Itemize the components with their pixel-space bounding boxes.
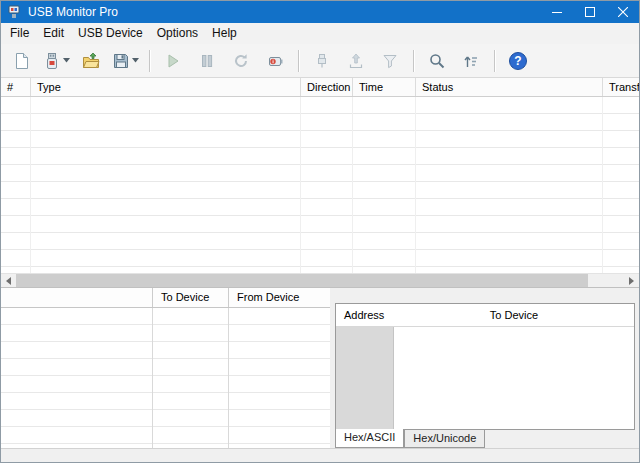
window-controls — [540, 1, 639, 23]
event-list-column — [301, 97, 353, 273]
transfer-table-column — [1, 308, 153, 448]
app-icon — [7, 5, 23, 19]
toolbar-separator — [298, 50, 299, 72]
minimize-button[interactable] — [540, 1, 573, 23]
menu-usb-device[interactable]: USB Device — [71, 23, 150, 44]
menu-edit[interactable]: Edit — [36, 23, 71, 44]
event-list-column — [353, 97, 416, 273]
pause-capture-button[interactable] — [193, 47, 221, 75]
menu-bar: File Edit USB Device Options Help — [1, 23, 639, 44]
address-gutter — [336, 327, 394, 429]
usb-device-dropdown-icon — [63, 58, 70, 63]
tab-hex-ascii[interactable]: Hex/ASCII — [335, 429, 404, 448]
horizontal-scrollbar[interactable] — [1, 273, 639, 287]
upload-icon — [347, 52, 365, 70]
transfer-table-header: To Device From Device — [1, 288, 330, 308]
scroll-left-button[interactable] — [1, 274, 16, 287]
column-header-time[interactable]: Time — [353, 78, 416, 96]
transfer-column-header-blank[interactable] — [1, 288, 153, 307]
hex-data-view[interactable]: Address To Device — [335, 303, 635, 430]
help-button[interactable]: ? — [504, 47, 532, 75]
close-icon — [618, 3, 628, 21]
transfer-table-panel: To Device From Device — [1, 288, 330, 448]
event-list-column — [1, 97, 31, 273]
column-header-transferred[interactable]: Transferred — [603, 78, 639, 96]
column-header-type[interactable]: Type — [31, 78, 301, 96]
scrollbar-track[interactable] — [588, 274, 624, 287]
title-bar[interactable]: USB Monitor Pro — [1, 1, 639, 23]
filter-button[interactable] — [376, 47, 404, 75]
save-button[interactable] — [111, 47, 140, 75]
search-button[interactable] — [423, 47, 451, 75]
usb-device-icon — [43, 52, 61, 70]
save-icon — [112, 52, 130, 70]
plug-icon — [313, 52, 331, 70]
close-button[interactable] — [606, 1, 639, 23]
toolbar-separator — [494, 50, 495, 72]
usb-info-icon — [266, 52, 284, 70]
transfer-column-header-from-device[interactable]: From Device — [229, 288, 330, 307]
open-folder-icon — [82, 52, 100, 70]
hex-view-tabs: Hex/ASCII Hex/Unicode — [335, 430, 635, 448]
refresh-icon — [232, 52, 250, 70]
window-title: USB Monitor Pro — [28, 5, 540, 19]
help-icon: ? — [508, 51, 528, 71]
column-header-number[interactable]: # — [1, 78, 31, 96]
export-button[interactable] — [342, 47, 370, 75]
hex-content-area[interactable] — [394, 327, 634, 429]
menu-options[interactable]: Options — [150, 23, 205, 44]
event-list-column — [31, 97, 301, 273]
sort-button[interactable] — [457, 47, 485, 75]
device-info-button[interactable] — [261, 47, 289, 75]
toolbar: ? — [1, 44, 639, 78]
event-list-column — [603, 97, 639, 273]
play-icon — [164, 52, 182, 70]
scroll-right-icon — [629, 277, 634, 285]
new-session-button[interactable] — [8, 47, 36, 75]
filter-icon — [381, 52, 399, 70]
maximize-button[interactable] — [573, 1, 606, 23]
refresh-button[interactable] — [227, 47, 255, 75]
svg-text:?: ? — [514, 54, 521, 68]
search-icon — [428, 52, 446, 70]
column-header-direction[interactable]: Direction — [301, 78, 353, 96]
maximize-icon — [585, 3, 595, 21]
to-device-data-header: To Device — [394, 304, 634, 326]
menu-help[interactable]: Help — [205, 23, 244, 44]
hex-data-panel: Address To Device Hex/ASCII Hex/Unicode — [335, 288, 639, 448]
address-column-header: Address — [336, 304, 394, 326]
new-document-icon — [13, 52, 31, 70]
scroll-left-icon — [6, 277, 11, 285]
scrollbar-thumb[interactable] — [16, 274, 588, 287]
tab-hex-unicode[interactable]: Hex/Unicode — [404, 430, 485, 448]
start-capture-button[interactable] — [159, 47, 187, 75]
toolbar-separator — [413, 50, 414, 72]
usb-device-button[interactable] — [42, 47, 71, 75]
toolbar-separator — [149, 50, 150, 72]
open-button[interactable] — [77, 47, 105, 75]
sort-ascending-icon — [462, 52, 480, 70]
hex-data-header: Address To Device — [336, 304, 634, 327]
transfer-column-header-to-device[interactable]: To Device — [153, 288, 229, 307]
hex-data-body — [336, 327, 634, 429]
event-list-column — [416, 97, 603, 273]
bottom-panels: To Device From Device Address To Device — [1, 287, 639, 448]
menu-file[interactable]: File — [3, 23, 36, 44]
save-dropdown-icon — [132, 58, 139, 63]
transfer-table-column — [229, 308, 330, 448]
connect-device-button[interactable] — [308, 47, 336, 75]
usb-monitor-pro-window: USB Monitor Pro File Edit USB Device — [0, 0, 640, 463]
event-list-header: # Type Direction Time Status Transferred — [1, 78, 639, 97]
status-bar — [1, 448, 639, 462]
transfer-table-column — [153, 308, 229, 448]
transfer-table-body[interactable] — [1, 308, 330, 448]
event-list-body[interactable] — [1, 97, 639, 273]
minimize-icon — [552, 3, 562, 21]
pause-icon — [198, 52, 216, 70]
scroll-right-button[interactable] — [624, 274, 639, 287]
column-header-status[interactable]: Status — [416, 78, 603, 96]
